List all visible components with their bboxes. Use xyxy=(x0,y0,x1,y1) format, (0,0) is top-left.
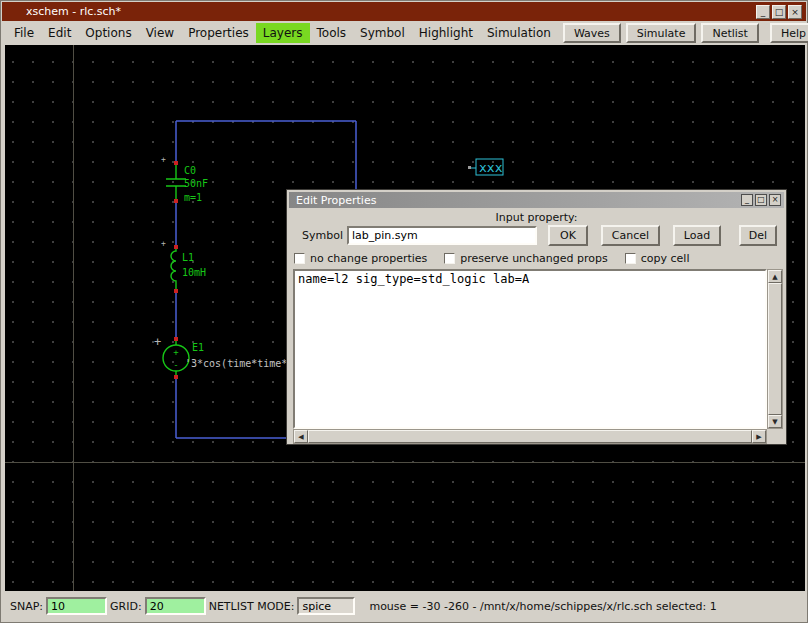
vertical-scroll-thumb[interactable] xyxy=(768,283,782,415)
grid-label: GRID: xyxy=(110,600,142,613)
close-icon[interactable]: × xyxy=(788,5,802,19)
snap-label: SNAP: xyxy=(10,600,43,613)
source-plus-mark: + xyxy=(154,335,161,349)
load-button[interactable]: Load xyxy=(673,225,721,246)
del-button[interactable]: Del xyxy=(739,225,777,246)
selected-pin-label: xxx xyxy=(479,160,503,175)
waves-button[interactable]: Waves xyxy=(563,23,621,43)
grid-input[interactable] xyxy=(145,597,206,615)
copy-cell-checkbox[interactable] xyxy=(625,253,636,264)
scroll-right-icon[interactable]: ▶ xyxy=(752,430,766,443)
edit-properties-dialog: Edit Properties _ □ × Input property: Sy… xyxy=(286,189,787,445)
statusbar: SNAP: GRID: NETLIST MODE: mouse = -30 -2… xyxy=(2,591,806,621)
help-button[interactable]: Help xyxy=(770,23,808,43)
dialog-controls: _ □ × xyxy=(741,194,781,206)
inductor-value-label[interactable]: 10mH xyxy=(182,267,206,278)
xschem-window: xschem - rlc.sch* _ □ × File Edit Option… xyxy=(0,0,808,623)
capacitor-param-label[interactable]: m=1 xyxy=(184,192,202,203)
inductor-name-label[interactable]: L1 xyxy=(182,252,194,263)
preserve-unchanged-props-checkbox[interactable] xyxy=(444,253,455,264)
menu-edit[interactable]: Edit xyxy=(41,23,78,43)
capacitor-symbol[interactable] xyxy=(166,163,186,201)
mouse-status-text: mouse = -30 -260 - /mnt/x/home/schippes/… xyxy=(369,600,716,613)
scroll-left-icon[interactable]: ◀ xyxy=(294,430,308,443)
menu-highlight[interactable]: Highlight xyxy=(412,23,480,43)
maximize-icon[interactable]: □ xyxy=(772,5,786,19)
symbol-row: Symbol OK Cancel Load Del xyxy=(287,225,786,247)
copy-cell-option: copy cell xyxy=(625,252,690,265)
menu-symbol[interactable]: Symbol xyxy=(353,23,412,43)
dialog-titlebar[interactable]: Edit Properties _ □ × xyxy=(289,192,784,208)
no-change-properties-checkbox[interactable] xyxy=(294,253,305,264)
selected-lab-pin[interactable]: xxx xyxy=(468,159,503,175)
symbol-input[interactable] xyxy=(347,226,537,245)
ok-button[interactable]: OK xyxy=(548,225,588,246)
pin-attach-tick xyxy=(468,166,471,169)
scroll-down-icon[interactable]: ▼ xyxy=(768,415,782,428)
dialog-maximize-icon[interactable]: □ xyxy=(755,194,767,206)
cancel-button[interactable]: Cancel xyxy=(601,225,660,246)
no-change-properties-option: no change properties xyxy=(294,252,427,265)
capacitor-plus-mark: + xyxy=(161,155,166,164)
menu-properties[interactable]: Properties xyxy=(181,23,256,43)
source-minus-sign: - xyxy=(173,360,178,370)
vertical-scrollbar[interactable]: ▲ ▼ xyxy=(767,269,783,429)
horizontal-scrollbar[interactable]: ◀ ▶ xyxy=(293,429,767,444)
minimize-icon[interactable]: _ xyxy=(756,5,770,19)
copy-cell-label: copy cell xyxy=(641,252,690,265)
menu-simulation[interactable]: Simulation xyxy=(480,23,558,43)
preserve-unchanged-props-label: preserve unchanged props xyxy=(460,252,607,265)
menu-layers[interactable]: Layers xyxy=(256,23,310,43)
checkbox-row: no change properties preserve unchanged … xyxy=(294,252,706,265)
preserve-unchanged-props-option: preserve unchanged props xyxy=(444,252,607,265)
menu-file[interactable]: File xyxy=(7,23,41,43)
netlist-mode-input[interactable] xyxy=(297,597,355,615)
menu-options[interactable]: Options xyxy=(78,23,138,43)
input-property-caption: Input property: xyxy=(287,211,786,224)
inductor-plus-mark: + xyxy=(161,239,166,248)
horizontal-scroll-thumb[interactable] xyxy=(308,430,752,443)
dialog-minimize-icon[interactable]: _ xyxy=(741,194,753,206)
menu-view[interactable]: View xyxy=(139,23,181,43)
capacitor-value-label[interactable]: 50nF xyxy=(184,178,208,189)
menu-tools[interactable]: Tools xyxy=(310,23,354,43)
inductor-symbol[interactable] xyxy=(171,247,176,291)
netlist-button[interactable]: Netlist xyxy=(701,23,758,43)
dialog-close-icon[interactable]: × xyxy=(769,194,781,206)
properties-textarea[interactable]: name=l2 sig_type=std_logic lab=A xyxy=(293,269,767,429)
titlebar[interactable]: xschem - rlc.sch* _ □ × xyxy=(2,2,806,21)
capacitor-name-label[interactable]: C0 xyxy=(184,165,196,176)
source-plus-sign: + xyxy=(173,347,179,357)
scroll-up-icon[interactable]: ▲ xyxy=(768,270,782,283)
symbol-label: Symbol xyxy=(302,229,343,242)
menubar: File Edit Options View Properties Layers… xyxy=(2,21,806,45)
source-name-label[interactable]: E1 xyxy=(192,342,204,353)
netlist-mode-label: NETLIST MODE: xyxy=(209,600,295,613)
window-controls: _ □ × xyxy=(756,5,802,19)
simulate-button[interactable]: Simulate xyxy=(626,23,697,43)
snap-input[interactable] xyxy=(46,597,107,615)
no-change-properties-label: no change properties xyxy=(310,252,427,265)
dialog-title: Edit Properties xyxy=(296,194,376,207)
window-title: xschem - rlc.sch* xyxy=(26,5,121,18)
